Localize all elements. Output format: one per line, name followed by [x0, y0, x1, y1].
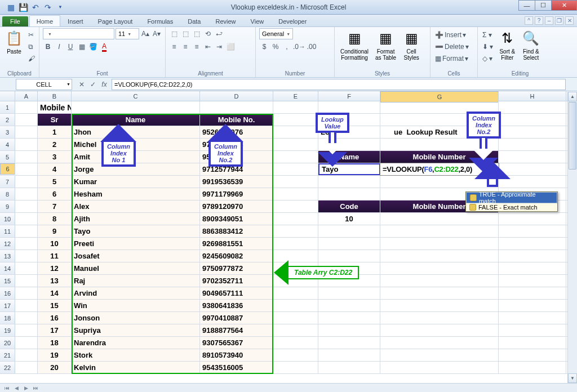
row-header[interactable]: 6	[0, 163, 15, 175]
cell[interactable]	[499, 139, 566, 150]
cell[interactable]	[499, 114, 566, 126]
cell[interactable]	[273, 101, 318, 113]
data-sr[interactable]: 19	[38, 349, 72, 361]
col-header-g[interactable]: G	[380, 91, 499, 103]
row-header[interactable]: 4	[0, 139, 15, 150]
italic-button[interactable]: I	[54, 41, 64, 52]
data-mobile[interactable]: 9380641836	[200, 300, 273, 311]
code-header[interactable]: Code	[318, 201, 380, 212]
cell[interactable]	[15, 362, 38, 373]
data-mobile[interactable]: 9269881551	[200, 238, 273, 250]
tab-last-icon[interactable]: ⏭	[31, 384, 40, 392]
cell[interactable]	[318, 362, 380, 373]
lookup-header-mobile[interactable]: Mobile Number	[380, 151, 499, 163]
sort-filter-button[interactable]: ⇅Sort &Filter	[496, 28, 518, 62]
data-mobile[interactable]: 9712577944	[200, 163, 273, 175]
format-painter-icon[interactable]: 🖌	[27, 53, 36, 64]
clear-icon[interactable]: ◇ ▾	[481, 53, 494, 64]
data-sr[interactable]: 20	[38, 362, 72, 373]
cell[interactable]	[318, 324, 380, 336]
insert-cells-button[interactable]: ➕ Insert ▾	[434, 29, 474, 41]
cell[interactable]	[318, 349, 380, 361]
cell[interactable]	[499, 287, 566, 299]
cell[interactable]	[15, 213, 38, 225]
delete-cells-button[interactable]: ➖ Delete ▾	[434, 41, 474, 52]
pagelayout-tab[interactable]: Page Layout	[91, 15, 140, 26]
data-mobile[interactable]: 9543516005	[200, 362, 273, 373]
data-mobile[interactable]: 8910573940	[200, 349, 273, 361]
data-mobile[interactable]: 9971179969	[200, 188, 273, 200]
tab-prev-icon[interactable]: ◀	[12, 384, 21, 392]
data-name[interactable]: Kelvin	[72, 362, 200, 373]
cell[interactable]	[380, 139, 499, 150]
redo-icon[interactable]: ↷	[43, 2, 53, 12]
cell[interactable]	[273, 337, 318, 349]
data-mobile[interactable]: 9188877564	[200, 324, 273, 336]
cell[interactable]	[273, 349, 318, 361]
data-mobile[interactable]: 8863883412	[200, 225, 273, 237]
wrap-text-icon[interactable]: ⮐	[214, 28, 224, 39]
data-mobile[interactable]: 9970410887	[200, 312, 273, 324]
format-cells-button[interactable]: ▦ Format ▾	[434, 53, 474, 64]
cell[interactable]	[15, 238, 38, 250]
align-center-icon[interactable]: ≡	[180, 41, 190, 52]
cell[interactable]	[499, 262, 566, 274]
enter-formula-icon[interactable]: ✓	[88, 79, 98, 90]
format-as-table-button[interactable]: ▦Formatas Table	[373, 28, 398, 62]
data-sr[interactable]: 5	[38, 176, 72, 188]
cell[interactable]	[72, 101, 200, 113]
data-name[interactable]: Tayo	[72, 225, 200, 237]
data-mobile[interactable]: 9797895714	[200, 139, 273, 150]
col-header-d[interactable]: D	[200, 91, 273, 101]
cell[interactable]	[499, 225, 566, 237]
data-sr[interactable]: 18	[38, 337, 72, 349]
cell[interactable]	[499, 250, 566, 262]
insert-tab[interactable]: Insert	[60, 15, 91, 26]
data-mobile[interactable]: 9526586076	[200, 126, 273, 138]
data-name[interactable]: Amit	[72, 151, 200, 163]
cell[interactable]	[15, 300, 38, 311]
data-tab[interactable]: Data	[180, 15, 208, 26]
header-mobile[interactable]: Mobile No.	[200, 114, 273, 126]
cell[interactable]	[15, 275, 38, 287]
qat-dropdown-icon[interactable]: ▼	[55, 2, 65, 12]
cell[interactable]	[499, 300, 566, 311]
col-header-f[interactable]: F	[318, 91, 380, 101]
data-name[interactable]: Arvind	[72, 287, 200, 299]
row-header[interactable]: 20	[0, 337, 15, 349]
data-name[interactable]: Jorge	[72, 163, 200, 175]
cell[interactable]	[273, 324, 318, 336]
row-header[interactable]: 19	[0, 324, 15, 336]
data-name[interactable]: Alex	[72, 201, 200, 212]
data-sr[interactable]: 6	[38, 188, 72, 200]
scroll-up-icon[interactable]: ▲	[568, 92, 577, 101]
row-header[interactable]: 16	[0, 287, 15, 299]
row-header[interactable]: 22	[0, 362, 15, 373]
data-mobile[interactable]: 9245609082	[200, 250, 273, 262]
cell[interactable]	[15, 287, 38, 299]
data-sr[interactable]: 10	[38, 238, 72, 250]
header-sr[interactable]: Sr	[38, 114, 72, 126]
cell[interactable]	[273, 312, 318, 324]
cell[interactable]	[318, 238, 380, 250]
align-bottom-icon[interactable]: ⬚	[192, 28, 202, 39]
cell[interactable]	[499, 337, 566, 349]
cell[interactable]	[273, 139, 318, 150]
merge-icon[interactable]: ⬜	[225, 41, 236, 52]
cell[interactable]	[318, 287, 380, 299]
cell[interactable]	[380, 287, 499, 299]
cell[interactable]	[499, 176, 566, 188]
data-name[interactable]: Narendra	[72, 337, 200, 349]
cell[interactable]	[15, 312, 38, 324]
data-name[interactable]: Stork	[72, 349, 200, 361]
col-header-h[interactable]: H	[499, 91, 566, 101]
data-name[interactable]: Raj	[72, 275, 200, 287]
cell[interactable]	[15, 225, 38, 237]
copy-icon[interactable]: ⧉	[27, 41, 36, 52]
data-sr[interactable]: 15	[38, 300, 72, 311]
row-header[interactable]: 2	[0, 114, 15, 126]
data-sr[interactable]: 17	[38, 324, 72, 336]
cell[interactable]	[380, 312, 499, 324]
cell[interactable]	[318, 176, 380, 188]
col-header-e[interactable]: E	[273, 91, 318, 101]
